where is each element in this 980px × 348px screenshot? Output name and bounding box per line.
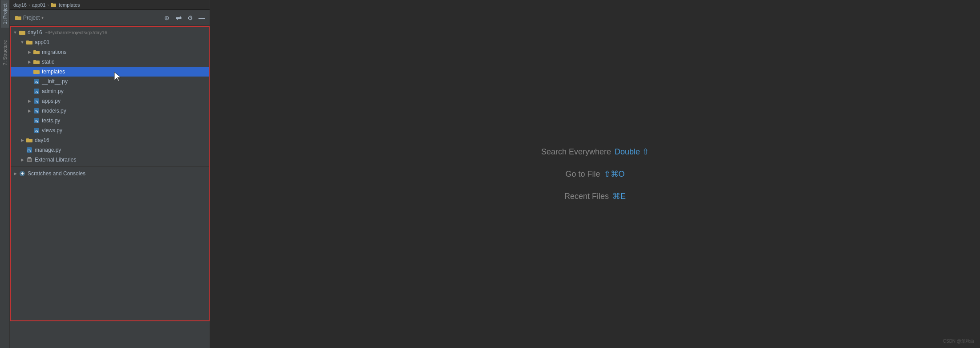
collapse-icon-btn[interactable]: — [197,13,206,22]
breadcrumb-day16: day16 [13,2,27,8]
svg-rect-12 [33,70,40,74]
breadcrumb-app01: app01 [32,2,46,8]
tree-label-migrations: migrations [42,49,66,55]
svg-rect-13 [33,70,36,71]
tree-label-day16: day16 [28,29,42,36]
svg-rect-5 [19,31,22,32]
tree-label-tests: tests.py [42,117,60,124]
minus-icon: — [198,14,205,21]
scratches-icon [19,170,26,177]
search-everywhere-label: Search Everywhere [541,147,611,157]
tree-item-day16-sub[interactable]: day16 [10,135,210,145]
tree-label-init: __init__.py [42,78,68,85]
svg-rect-2 [15,16,21,20]
svg-text:py: py [35,89,38,93]
tree-label-external: External Libraries [35,157,76,163]
expand-day16[interactable] [12,29,19,36]
add-icon-btn[interactable]: ⊕ [162,13,171,22]
tree-label-static: static [42,59,54,65]
tree-item-scratches[interactable]: Scratches and Consoles [10,169,210,178]
file-tree: day16 ~/PycharmProjects/gx/day16 app01 [10,26,210,166]
expand-external[interactable] [19,156,26,163]
svg-text:py: py [28,148,31,152]
expand-app01[interactable] [19,39,26,46]
expand-migrations[interactable] [26,49,33,56]
svg-text:py: py [35,99,38,103]
svg-text:py: py [35,119,38,123]
sidebar-tab-project[interactable]: 1: Project [1,0,9,28]
folder-icon [51,2,56,8]
bottom-section: Scratches and Consoles [10,166,210,180]
tree-item-apps[interactable]: py apps.py [10,96,210,106]
svg-text:py: py [35,80,38,84]
tree-item-external[interactable]: External Libraries [10,155,210,165]
expand-day16-sub[interactable] [19,137,26,144]
tree-item-day16[interactable]: day16 ~/PycharmProjects/gx/day16 [10,28,210,37]
tree-item-manage[interactable]: py manage.py [10,145,210,155]
gear-icon-btn[interactable]: ⚙ [186,13,194,22]
tree-label-manage: manage.py [35,147,61,153]
svg-rect-27 [26,138,29,139]
folder-icon-day16 [19,29,26,36]
svg-rect-4 [19,31,25,35]
tree-item-migrations[interactable]: migrations [10,47,210,57]
locate-icon: ⇌ [176,13,182,22]
tree-label-scratches: Scratches and Consoles [28,170,85,177]
python-icon-views: py [33,127,40,134]
python-icon-models: py [33,107,40,114]
tree-path-day16: ~/PycharmProjects/gx/day16 [45,30,107,35]
locate-icon-btn[interactable]: ⇌ [174,13,183,22]
tree-item-templates[interactable]: templates [10,67,210,77]
tree-label-views: views.py [42,127,62,134]
breadcrumb: day16 › app01 › templates [10,0,210,10]
svg-rect-31 [28,157,31,158]
project-folder-icon [15,15,21,20]
svg-rect-9 [33,50,36,51]
project-title-label: Project [23,15,40,21]
svg-rect-3 [15,16,18,17]
breadcrumb-templates: templates [59,2,80,8]
project-panel: day16 › app01 › templates Project ▾ [10,0,210,348]
tree-container: day16 ~/PycharmProjects/gx/day16 app01 [10,26,210,348]
tree-item-app01[interactable]: app01 [10,37,210,47]
tree-label-app01: app01 [35,39,49,45]
expand-scratches[interactable] [12,170,19,177]
panel-header: Project ▾ ⊕ ⇌ ⚙ — [10,10,210,26]
tree-item-static[interactable]: static [10,57,210,67]
search-everywhere-shortcut: Double ⇧ [615,147,649,157]
svg-rect-26 [26,139,32,142]
expand-apps[interactable] [26,97,33,105]
python-icon-manage: py [26,146,33,154]
tree-item-tests[interactable]: py tests.py [10,116,210,125]
add-icon: ⊕ [164,14,170,21]
side-tabs-panel: 1: Project 7: Structure [0,0,10,348]
dropdown-arrow-icon: ▾ [41,15,44,20]
project-panel-title[interactable]: Project ▾ [13,14,45,22]
tree-item-models[interactable]: py models.py [10,106,210,116]
external-lib-icon [26,156,33,163]
go-to-file-row: Go to File ⇧⌘O [565,169,624,179]
go-to-file-label: Go to File [565,170,600,179]
tree-item-admin[interactable]: py admin.py [10,86,210,96]
go-to-file-shortcut: ⇧⌘O [604,169,625,179]
tree-label-apps: apps.py [42,98,61,104]
tree-label-models: models.py [42,108,66,114]
tree-item-init[interactable]: py __init__.py [10,77,210,86]
svg-rect-10 [33,61,40,64]
svg-rect-7 [26,40,29,41]
folder-icon-static [33,58,40,65]
sidebar-tab-structure[interactable]: 7: Structure [1,36,9,69]
svg-text:py: py [35,109,38,113]
expand-static[interactable] [26,58,33,65]
tree-item-views[interactable]: py views.py [10,125,210,135]
folder-icon-app01 [26,39,33,46]
tree-label-admin: admin.py [42,88,64,94]
tree-label-day16-sub: day16 [35,137,49,143]
python-icon-admin: py [33,88,40,95]
expand-models[interactable] [26,107,33,114]
recent-files-label: Recent Files [564,192,609,201]
svg-rect-11 [33,60,36,61]
main-content: Search Everywhere Double ⇧ Go to File ⇧⌘… [210,0,980,348]
folder-icon-migrations [33,49,40,56]
python-icon-init: py [33,78,40,85]
